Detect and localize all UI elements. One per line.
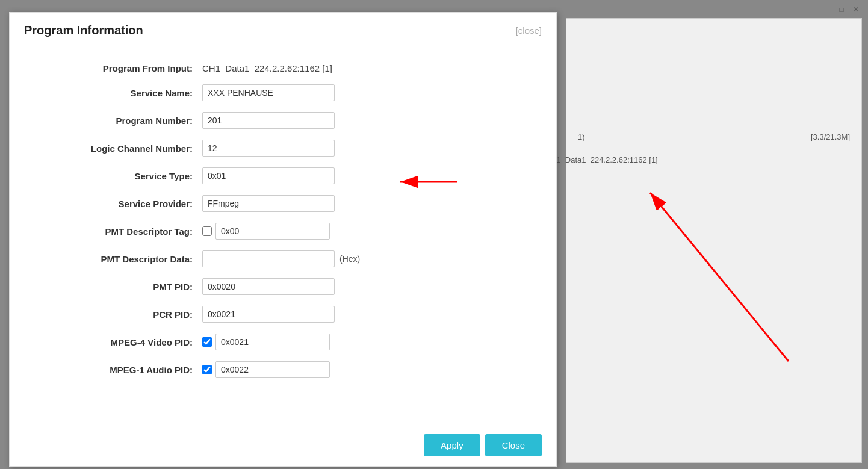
- mpeg1-audio-pid-checkbox[interactable]: [202, 365, 212, 374]
- bg-text-line1: 1): [578, 132, 585, 141]
- dialog-title: Program Information: [24, 23, 143, 37]
- maximize-button[interactable]: □: [837, 5, 846, 14]
- mpeg4-video-pid-group: [202, 334, 330, 350]
- pmt-descriptor-data-input[interactable]: [202, 250, 335, 267]
- dialog-body: Program From Input: CH1_Data1_224.2.2.62…: [10, 45, 556, 424]
- mpeg1-audio-pid-group: [202, 361, 330, 378]
- logic-channel-label: Logic Channel Number:: [34, 143, 202, 154]
- pmt-descriptor-tag-row: PMT Descriptor Tag:: [34, 223, 532, 240]
- dialog-header: Program Information [close]: [10, 13, 556, 45]
- pmt-descriptor-data-label: PMT Descriptor Data:: [34, 254, 202, 264]
- mpeg4-video-pid-row: MPEG-4 Video PID:: [34, 334, 532, 350]
- pmt-descriptor-data-row: PMT Descriptor Data: (Hex): [34, 250, 532, 267]
- pcr-pid-input[interactable]: [202, 306, 335, 323]
- program-information-dialog: Program Information [close] Program From…: [9, 12, 557, 467]
- mpeg4-video-pid-label: MPEG-4 Video PID:: [34, 337, 202, 347]
- pmt-pid-row: PMT PID:: [34, 278, 532, 295]
- service-name-row: Service Name:: [34, 84, 532, 101]
- dialog-footer: Apply Close: [10, 424, 556, 466]
- close-button[interactable]: Close: [485, 434, 542, 456]
- service-type-label: Service Type:: [34, 171, 202, 181]
- program-number-input[interactable]: [202, 112, 335, 129]
- service-type-row: Service Type:: [34, 167, 532, 184]
- service-provider-input[interactable]: [202, 195, 335, 212]
- mpeg1-audio-pid-label: MPEG-1 Audio PID:: [34, 365, 202, 375]
- hex-suffix: (Hex): [339, 254, 360, 264]
- program-from-input-value: CH1_Data1_224.2.2.62:1162 [1]: [202, 63, 332, 73]
- bg-content-area: [566, 18, 862, 463]
- window-close-button[interactable]: ✕: [851, 5, 861, 14]
- logic-channel-row: Logic Channel Number:: [34, 140, 532, 157]
- service-provider-label: Service Provider:: [34, 199, 202, 209]
- pmt-pid-label: PMT PID:: [34, 282, 202, 292]
- dialog-close-link[interactable]: [close]: [516, 25, 542, 36]
- program-number-label: Program Number:: [34, 116, 202, 126]
- program-from-input-row: Program From Input: CH1_Data1_224.2.2.62…: [34, 63, 532, 73]
- pmt-pid-input[interactable]: [202, 278, 335, 295]
- program-from-input-label: Program From Input:: [34, 63, 202, 73]
- pmt-descriptor-tag-input[interactable]: [215, 223, 330, 240]
- pcr-pid-label: PCR PID:: [34, 309, 202, 320]
- pmt-descriptor-data-group: (Hex): [202, 250, 360, 267]
- program-number-row: Program Number:: [34, 112, 532, 129]
- mpeg4-video-pid-checkbox[interactable]: [202, 337, 212, 347]
- service-name-label: Service Name:: [34, 88, 202, 98]
- logic-channel-input[interactable]: [202, 140, 335, 157]
- service-name-input[interactable]: [202, 84, 335, 101]
- service-type-input[interactable]: [202, 167, 335, 184]
- pmt-descriptor-tag-input-group: [202, 223, 330, 240]
- bg-bracket-right: [3.3/21.3M]: [811, 132, 850, 141]
- service-provider-row: Service Provider:: [34, 195, 532, 212]
- apply-button[interactable]: Apply: [424, 434, 480, 456]
- mpeg1-audio-pid-input[interactable]: [215, 361, 330, 378]
- window-chrome: — □ ✕: [815, 0, 868, 19]
- mpeg1-audio-pid-row: MPEG-1 Audio PID:: [34, 361, 532, 378]
- mpeg4-video-pid-input[interactable]: [215, 334, 330, 350]
- minimize-button[interactable]: —: [822, 5, 832, 14]
- pmt-descriptor-tag-checkbox[interactable]: [202, 226, 212, 236]
- pmt-descriptor-tag-label: PMT Descriptor Tag:: [34, 226, 202, 237]
- pcr-pid-row: PCR PID:: [34, 306, 532, 323]
